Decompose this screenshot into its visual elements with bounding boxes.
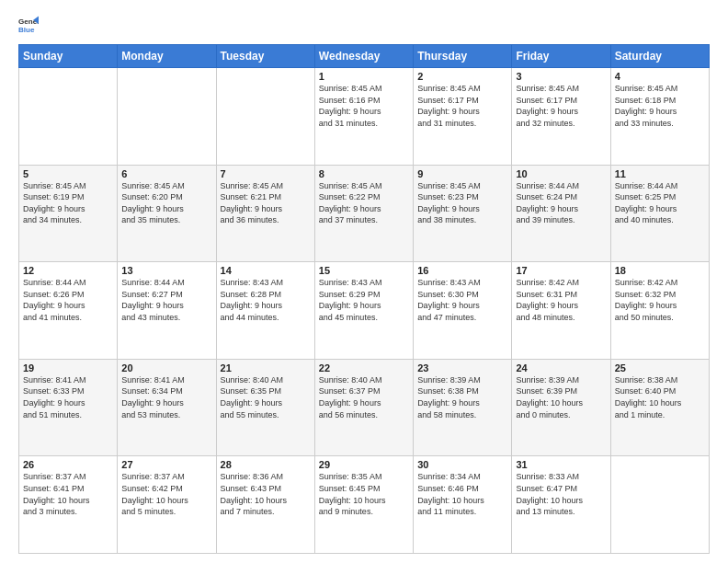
day-content: Sunrise: 8:45 AM Sunset: 6:23 PM Dayligh…	[417, 180, 507, 226]
weekday-header: Sunday	[19, 45, 118, 68]
day-number: 31	[516, 459, 606, 470]
weekday-header: Friday	[512, 45, 610, 68]
day-content: Sunrise: 8:43 AM Sunset: 6:29 PM Dayligh…	[319, 277, 409, 323]
day-content: Sunrise: 8:34 AM Sunset: 6:46 PM Dayligh…	[417, 471, 507, 517]
calendar-cell: 7Sunrise: 8:45 AM Sunset: 6:21 PM Daylig…	[216, 165, 314, 262]
day-number: 20	[121, 362, 211, 373]
weekday-header: Wednesday	[314, 45, 413, 68]
calendar-cell: 19Sunrise: 8:41 AM Sunset: 6:33 PM Dayli…	[19, 359, 118, 456]
calendar-cell: 9Sunrise: 8:45 AM Sunset: 6:23 PM Daylig…	[414, 165, 512, 262]
day-number: 14	[221, 265, 311, 276]
calendar-cell: 21Sunrise: 8:40 AM Sunset: 6:35 PM Dayli…	[216, 359, 314, 456]
calendar-week-row: 5Sunrise: 8:45 AM Sunset: 6:19 PM Daylig…	[19, 165, 710, 262]
day-content: Sunrise: 8:39 AM Sunset: 6:39 PM Dayligh…	[516, 374, 606, 420]
calendar-cell: 31Sunrise: 8:33 AM Sunset: 6:47 PM Dayli…	[512, 456, 610, 554]
day-content: Sunrise: 8:44 AM Sunset: 6:25 PM Dayligh…	[615, 180, 705, 226]
day-number: 29	[319, 459, 409, 470]
calendar-week-row: 1Sunrise: 8:45 AM Sunset: 6:16 PM Daylig…	[19, 68, 710, 166]
day-number: 6	[121, 168, 211, 179]
calendar-cell	[610, 456, 709, 554]
calendar-cell: 26Sunrise: 8:37 AM Sunset: 6:41 PM Dayli…	[19, 456, 118, 554]
day-number: 10	[516, 168, 606, 179]
day-number: 13	[121, 265, 211, 276]
day-number: 22	[319, 362, 409, 373]
calendar-cell: 11Sunrise: 8:44 AM Sunset: 6:25 PM Dayli…	[610, 165, 709, 262]
day-content: Sunrise: 8:41 AM Sunset: 6:34 PM Dayligh…	[121, 374, 211, 420]
calendar-cell: 29Sunrise: 8:35 AM Sunset: 6:45 PM Dayli…	[314, 456, 413, 554]
day-content: Sunrise: 8:43 AM Sunset: 6:30 PM Dayligh…	[417, 277, 507, 323]
day-content: Sunrise: 8:35 AM Sunset: 6:45 PM Dayligh…	[319, 471, 409, 517]
page: General Blue SundayMondayTuesdayWednesda…	[0, 0, 728, 563]
calendar-cell: 8Sunrise: 8:45 AM Sunset: 6:22 PM Daylig…	[314, 165, 413, 262]
day-content: Sunrise: 8:40 AM Sunset: 6:35 PM Dayligh…	[221, 374, 311, 420]
day-content: Sunrise: 8:41 AM Sunset: 6:33 PM Dayligh…	[23, 374, 113, 420]
calendar-week-row: 12Sunrise: 8:44 AM Sunset: 6:26 PM Dayli…	[19, 262, 710, 360]
calendar-week-row: 19Sunrise: 8:41 AM Sunset: 6:33 PM Dayli…	[19, 359, 710, 456]
calendar-cell: 28Sunrise: 8:36 AM Sunset: 6:43 PM Dayli…	[216, 456, 314, 554]
day-content: Sunrise: 8:43 AM Sunset: 6:28 PM Dayligh…	[221, 277, 311, 323]
day-number: 25	[615, 362, 705, 373]
weekday-header: Saturday	[610, 45, 709, 68]
day-content: Sunrise: 8:45 AM Sunset: 6:16 PM Dayligh…	[319, 83, 409, 129]
day-number: 16	[417, 265, 507, 276]
calendar-header-row: SundayMondayTuesdayWednesdayThursdayFrid…	[19, 45, 710, 68]
calendar-cell: 15Sunrise: 8:43 AM Sunset: 6:29 PM Dayli…	[314, 262, 413, 360]
calendar-week-row: 26Sunrise: 8:37 AM Sunset: 6:41 PM Dayli…	[19, 456, 710, 554]
day-content: Sunrise: 8:33 AM Sunset: 6:47 PM Dayligh…	[516, 471, 606, 517]
calendar-cell: 16Sunrise: 8:43 AM Sunset: 6:30 PM Dayli…	[414, 262, 512, 360]
day-number: 21	[221, 362, 311, 373]
day-content: Sunrise: 8:45 AM Sunset: 6:20 PM Dayligh…	[121, 180, 211, 226]
calendar-cell: 27Sunrise: 8:37 AM Sunset: 6:42 PM Dayli…	[118, 456, 216, 554]
day-content: Sunrise: 8:45 AM Sunset: 6:18 PM Dayligh…	[615, 83, 705, 129]
calendar-cell: 30Sunrise: 8:34 AM Sunset: 6:46 PM Dayli…	[414, 456, 512, 554]
calendar-cell: 1Sunrise: 8:45 AM Sunset: 6:16 PM Daylig…	[314, 68, 413, 166]
day-number: 9	[417, 168, 507, 179]
day-number: 3	[516, 71, 606, 82]
calendar-cell: 2Sunrise: 8:45 AM Sunset: 6:17 PM Daylig…	[414, 68, 512, 166]
svg-text:Blue: Blue	[18, 26, 35, 34]
day-content: Sunrise: 8:39 AM Sunset: 6:38 PM Dayligh…	[417, 374, 507, 420]
calendar-cell: 12Sunrise: 8:44 AM Sunset: 6:26 PM Dayli…	[19, 262, 118, 360]
day-number: 27	[121, 459, 211, 470]
day-number: 1	[319, 71, 409, 82]
logo: General Blue	[18, 15, 42, 35]
day-content: Sunrise: 8:37 AM Sunset: 6:42 PM Dayligh…	[121, 471, 211, 517]
day-content: Sunrise: 8:37 AM Sunset: 6:41 PM Dayligh…	[23, 471, 113, 517]
day-number: 17	[516, 265, 606, 276]
calendar-cell: 3Sunrise: 8:45 AM Sunset: 6:17 PM Daylig…	[512, 68, 610, 166]
day-number: 28	[221, 459, 311, 470]
day-number: 15	[319, 265, 409, 276]
calendar-cell	[216, 68, 314, 166]
day-content: Sunrise: 8:45 AM Sunset: 6:22 PM Dayligh…	[319, 180, 409, 226]
day-content: Sunrise: 8:38 AM Sunset: 6:40 PM Dayligh…	[615, 374, 705, 420]
day-content: Sunrise: 8:45 AM Sunset: 6:17 PM Dayligh…	[516, 83, 606, 129]
day-content: Sunrise: 8:44 AM Sunset: 6:26 PM Dayligh…	[23, 277, 113, 323]
day-number: 2	[417, 71, 507, 82]
calendar-cell: 22Sunrise: 8:40 AM Sunset: 6:37 PM Dayli…	[314, 359, 413, 456]
calendar-cell: 23Sunrise: 8:39 AM Sunset: 6:38 PM Dayli…	[414, 359, 512, 456]
header: General Blue	[18, 15, 710, 35]
calendar-cell: 18Sunrise: 8:42 AM Sunset: 6:32 PM Dayli…	[610, 262, 709, 360]
calendar: SundayMondayTuesdayWednesdayThursdayFrid…	[18, 44, 710, 554]
calendar-cell: 20Sunrise: 8:41 AM Sunset: 6:34 PM Dayli…	[118, 359, 216, 456]
calendar-cell: 4Sunrise: 8:45 AM Sunset: 6:18 PM Daylig…	[610, 68, 709, 166]
calendar-cell: 13Sunrise: 8:44 AM Sunset: 6:27 PM Dayli…	[118, 262, 216, 360]
logo-icon: General Blue	[18, 15, 39, 35]
weekday-header: Monday	[118, 45, 216, 68]
day-number: 11	[615, 168, 705, 179]
day-content: Sunrise: 8:36 AM Sunset: 6:43 PM Dayligh…	[221, 471, 311, 517]
weekday-header: Tuesday	[216, 45, 314, 68]
calendar-cell	[19, 68, 118, 166]
calendar-cell: 6Sunrise: 8:45 AM Sunset: 6:20 PM Daylig…	[118, 165, 216, 262]
weekday-header: Thursday	[414, 45, 512, 68]
day-content: Sunrise: 8:44 AM Sunset: 6:24 PM Dayligh…	[516, 180, 606, 226]
day-number: 24	[516, 362, 606, 373]
day-number: 19	[23, 362, 113, 373]
day-content: Sunrise: 8:42 AM Sunset: 6:32 PM Dayligh…	[615, 277, 705, 323]
calendar-cell	[118, 68, 216, 166]
day-number: 4	[615, 71, 705, 82]
calendar-cell: 24Sunrise: 8:39 AM Sunset: 6:39 PM Dayli…	[512, 359, 610, 456]
calendar-cell: 5Sunrise: 8:45 AM Sunset: 6:19 PM Daylig…	[19, 165, 118, 262]
calendar-cell: 17Sunrise: 8:42 AM Sunset: 6:31 PM Dayli…	[512, 262, 610, 360]
day-content: Sunrise: 8:45 AM Sunset: 6:19 PM Dayligh…	[23, 180, 113, 226]
